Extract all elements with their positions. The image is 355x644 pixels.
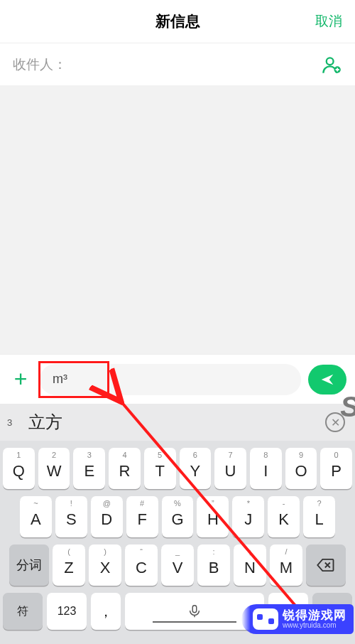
candidate-s-hint: S xyxy=(340,391,355,423)
key-g[interactable]: %G xyxy=(162,496,194,537)
key-b[interactable]: :B xyxy=(197,544,230,586)
key-comma[interactable]: ， xyxy=(91,593,121,630)
key-v[interactable]: _V xyxy=(161,544,194,586)
gamepad-icon xyxy=(253,608,278,630)
key-w[interactable]: 2W xyxy=(38,448,70,489)
cancel-button[interactable]: 取消 xyxy=(315,12,342,31)
svg-rect-2 xyxy=(192,606,197,613)
key-e[interactable]: 3E xyxy=(73,448,105,489)
key-fenci[interactable]: 分词 xyxy=(9,544,49,586)
close-icon: ✕ xyxy=(331,416,340,429)
key-y[interactable]: 6Y xyxy=(180,448,212,489)
keyboard-row-3: 分词 (Z )X “C _V :B ;N /M xyxy=(3,544,352,586)
keyboard-row-1: 1Q 2W 3E 4R 5T 6Y 7U 8I 9O 0P xyxy=(3,448,352,489)
key-f[interactable]: #F xyxy=(126,496,158,537)
key-x[interactable]: )X xyxy=(89,544,121,586)
header: 新信息 取消 xyxy=(0,0,355,43)
watermark-url: www.ytruida.com xyxy=(283,622,346,630)
key-m[interactable]: /M xyxy=(270,544,302,586)
key-d[interactable]: @D xyxy=(91,496,123,537)
key-p[interactable]: 0P xyxy=(320,448,352,489)
svg-point-0 xyxy=(327,58,334,65)
key-o[interactable]: 9O xyxy=(285,448,317,489)
mic-icon xyxy=(187,603,202,619)
recipient-label: 收件人： xyxy=(13,55,67,74)
key-j[interactable]: *J xyxy=(232,496,264,537)
key-s[interactable]: !S xyxy=(55,496,87,537)
recipient-row: 收件人： xyxy=(0,43,355,85)
send-icon xyxy=(320,372,335,387)
key-backspace[interactable] xyxy=(306,544,346,586)
message-body-area[interactable] xyxy=(0,85,355,354)
recipient-input[interactable] xyxy=(67,57,321,73)
key-l[interactable]: ?L xyxy=(303,496,335,537)
key-i[interactable]: 8I xyxy=(250,448,282,489)
key-u[interactable]: 7U xyxy=(214,448,246,489)
page-title: 新信息 xyxy=(155,11,200,31)
key-r[interactable]: 4R xyxy=(109,448,141,489)
annotation-highlight-box xyxy=(38,361,109,398)
key-k[interactable]: -K xyxy=(268,496,300,537)
key-numbers[interactable]: 123 xyxy=(47,593,87,630)
key-z[interactable]: (Z xyxy=(53,544,85,586)
add-contact-button[interactable] xyxy=(321,54,342,75)
key-q[interactable]: 1Q xyxy=(3,448,35,489)
key-a[interactable]: ~A xyxy=(20,496,52,537)
plus-icon: + xyxy=(14,366,28,392)
key-symbols[interactable]: 符 xyxy=(3,593,43,630)
message-input[interactable]: m³ xyxy=(40,364,301,395)
candidate-index: 3 xyxy=(7,417,23,428)
input-bar: + m³ xyxy=(0,354,355,404)
space-underline xyxy=(153,621,236,623)
key-n[interactable]: ;N xyxy=(234,544,266,586)
key-c[interactable]: “C xyxy=(125,544,158,586)
watermark: 锐得游戏网 www.ytruida.com xyxy=(241,604,354,634)
key-h[interactable]: ”H xyxy=(197,496,229,537)
key-t[interactable]: 5T xyxy=(144,448,176,489)
backspace-icon xyxy=(316,555,336,575)
candidate-bar: 3 立方 ✕ S xyxy=(0,404,355,441)
add-contact-icon xyxy=(322,55,342,75)
attach-button[interactable]: + xyxy=(9,367,33,392)
candidate-word[interactable]: 立方 xyxy=(28,411,62,434)
keyboard-row-2: ~A !S @D #F %G ”H *J -K ?L xyxy=(3,496,352,537)
watermark-title: 锐得游戏网 xyxy=(283,609,346,622)
message-input-value: m³ xyxy=(53,372,67,387)
send-button[interactable] xyxy=(308,365,346,395)
